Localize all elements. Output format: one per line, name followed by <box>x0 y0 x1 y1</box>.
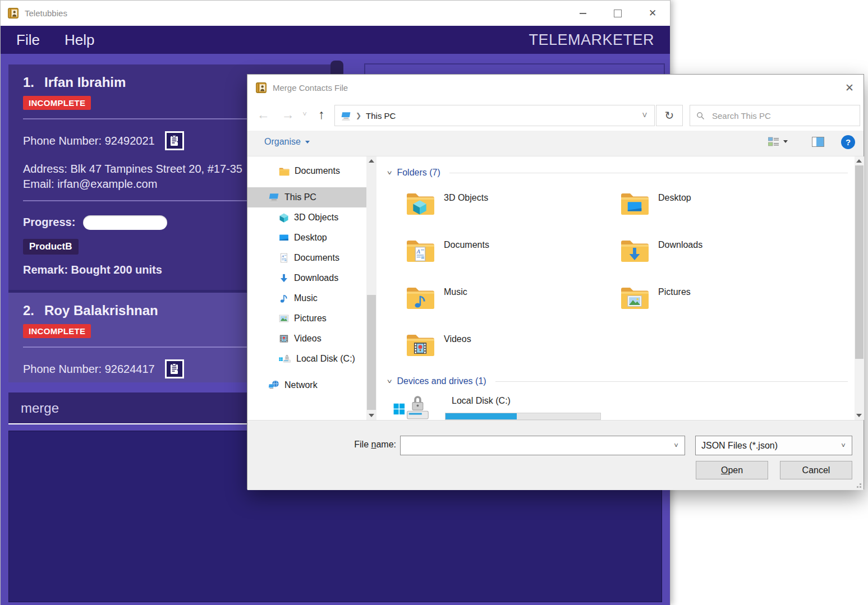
videos-icon <box>279 334 289 344</box>
open-button[interactable]: Open <box>696 461 768 479</box>
group-rule <box>495 381 848 382</box>
dialog-title: Merge Contacts File <box>273 83 348 93</box>
file-item-downloads[interactable]: Downloads <box>620 238 822 263</box>
sidebar-item-videos[interactable]: Videos <box>247 329 366 349</box>
file-list-scrollbar[interactable] <box>855 156 864 420</box>
sidebar-item-local-disk[interactable]: Local Disk (C:) <box>247 349 366 369</box>
close-icon: ✕ <box>649 7 656 19</box>
contact-name-text: Roy Balakrishnan <box>44 303 158 318</box>
file-item-videos[interactable]: Videos <box>406 332 608 357</box>
devices-group-header[interactable]: ˅ Devices and drives (1) <box>388 376 848 386</box>
file-item-music[interactable]: Music <box>406 285 608 310</box>
file-item-documents[interactable]: Documents <box>406 238 608 263</box>
phone-text: Phone Number: 92624417 <box>23 362 155 377</box>
change-view-button[interactable] <box>768 137 788 146</box>
preview-pane-button[interactable] <box>812 137 824 147</box>
this-pc-icon <box>341 110 351 121</box>
file-item-desktop[interactable]: Desktop <box>620 191 822 216</box>
chevron-down-icon: ˅ <box>835 441 852 450</box>
progress-bar <box>83 215 167 230</box>
question-mark-icon: ? <box>846 137 851 147</box>
sidebar-item-desktop[interactable]: Desktop <box>247 228 366 248</box>
contact-index: 1. <box>23 75 34 90</box>
app-window-title: Teletubbies <box>25 8 67 18</box>
dialog-icon <box>255 82 267 94</box>
status-badge: INCOMPLETE <box>23 324 91 338</box>
downloads-icon <box>279 273 289 283</box>
progress-label: Progress: <box>23 215 75 230</box>
sidebar-item-music[interactable]: Music <box>247 288 366 308</box>
documents-icon <box>279 253 289 263</box>
menu-file[interactable]: File <box>16 31 40 49</box>
up-button[interactable]: ↑ <box>313 105 330 124</box>
folder-icon <box>279 167 290 176</box>
desktop-folder-icon <box>620 191 649 216</box>
sidebar-scrollbar[interactable] <box>366 156 376 420</box>
clipboard-copy-icon <box>168 134 181 147</box>
window-controls: ✕ <box>566 1 670 26</box>
sidebar-item-3d-objects[interactable]: 3D Objects <box>247 207 366 228</box>
clipboard-copy-icon <box>168 362 181 376</box>
address-dropdown-chevron[interactable]: ˅ <box>635 110 654 121</box>
dialog-body: Documents This PC 3D Objects Desktop Doc… <box>247 156 864 420</box>
scroll-down-icon <box>369 414 374 417</box>
videos-folder-icon <box>406 332 435 357</box>
resize-grip[interactable] <box>855 481 861 488</box>
music-folder-icon <box>406 285 435 310</box>
breadcrumb-location[interactable]: This PC <box>366 111 396 121</box>
back-button[interactable]: ← <box>254 105 272 124</box>
search-box[interactable] <box>690 105 860 126</box>
close-icon: ✕ <box>845 81 854 94</box>
file-type-dropdown[interactable]: JSON Files (*.json) ˅ <box>695 436 852 455</box>
copy-phone-button[interactable] <box>165 359 184 378</box>
cancel-button[interactable]: Cancel <box>780 461 852 479</box>
contact-index: 2. <box>23 303 34 318</box>
close-button[interactable]: ✕ <box>635 1 670 26</box>
sidebar-item-downloads[interactable]: Downloads <box>247 268 366 288</box>
organise-label: Organise <box>264 137 301 147</box>
recent-locations-chevron[interactable]: ˅ <box>299 105 310 124</box>
network-icon <box>268 380 279 391</box>
file-name-combobox[interactable]: ˅ <box>400 436 685 455</box>
search-icon <box>696 111 705 121</box>
organise-button[interactable]: Organise <box>264 137 310 147</box>
local-disk-icon <box>389 394 435 420</box>
status-badge: INCOMPLETE <box>23 96 91 110</box>
sidebar-item-documents-quick[interactable]: Documents <box>247 161 366 181</box>
scrollbar-thumb[interactable] <box>855 165 864 359</box>
sidebar-item-this-pc[interactable]: This PC <box>247 187 366 207</box>
scroll-down-icon <box>856 414 862 417</box>
forward-button[interactable]: → <box>279 105 297 124</box>
sidebar-item-pictures[interactable]: Pictures <box>247 308 366 329</box>
screen: Teletubbies ✕ File Help TELEMARKETER 1.I… <box>0 0 868 605</box>
downloads-folder-icon <box>620 238 649 263</box>
product-tag-badge: ProductB <box>23 239 79 255</box>
file-name-label: File name: <box>332 440 396 450</box>
sidebar-item-network[interactable]: Network <box>247 375 366 395</box>
maximize-button[interactable] <box>600 1 635 26</box>
chevron-down-icon <box>305 141 310 144</box>
address-bar[interactable]: ❯ This PC ˅ <box>334 105 655 126</box>
dialog-close-button[interactable]: ✕ <box>835 75 864 100</box>
minimize-button[interactable] <box>566 1 600 26</box>
help-button[interactable]: ? <box>841 135 855 149</box>
folders-group-header[interactable]: ˅ Folders (7) <box>388 168 848 178</box>
file-item-3d-objects[interactable]: 3D Objects <box>406 191 608 216</box>
collapse-chevron-icon: ˅ <box>387 378 392 385</box>
brand-label: TELEMARKETER <box>529 31 654 49</box>
minimize-icon <box>580 13 586 14</box>
file-name-input[interactable] <box>401 436 668 455</box>
chevron-down-icon: ˅ <box>668 441 685 450</box>
copy-phone-button[interactable] <box>165 131 184 150</box>
group-rule <box>449 173 848 173</box>
search-input[interactable] <box>711 110 854 121</box>
phone-text: Phone Number: 92492021 <box>23 133 155 149</box>
scrollbar-thumb[interactable] <box>367 295 376 410</box>
app-menubar: File Help TELEMARKETER <box>1 26 670 54</box>
sidebar-item-documents[interactable]: Documents <box>247 248 366 268</box>
scroll-up-icon <box>856 159 862 163</box>
pictures-folder-icon <box>620 285 649 310</box>
menu-help[interactable]: Help <box>65 31 94 49</box>
refresh-button[interactable]: ↻ <box>656 105 683 126</box>
file-item-pictures[interactable]: Pictures <box>620 285 822 310</box>
